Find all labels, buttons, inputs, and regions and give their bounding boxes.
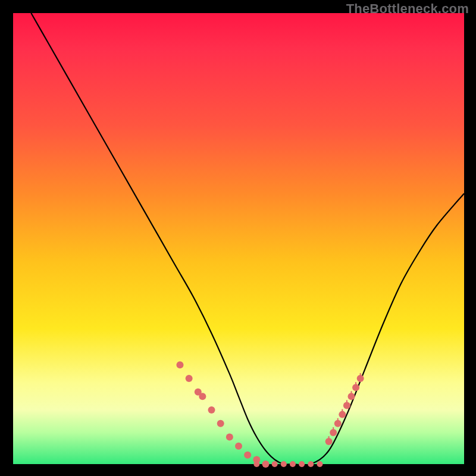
chart-frame: TheBottleneck.com (0, 0, 476, 476)
marker-dot (262, 461, 268, 467)
marker-dot (199, 393, 206, 400)
marker-dot (299, 461, 305, 467)
marker-dot (186, 375, 193, 382)
marker-dot (290, 461, 296, 467)
watermark-text: TheBottleneck.com (346, 1, 469, 17)
marker-dot (317, 461, 322, 467)
marker-dot (272, 461, 278, 467)
marker-dot (217, 420, 224, 427)
marker-dot (235, 443, 242, 450)
marker-dot (226, 434, 233, 441)
bottleneck-curve (31, 13, 464, 465)
chart-svg (13, 13, 464, 464)
marker-dot (244, 452, 251, 459)
markers-left (176, 361, 269, 468)
marker-dot (208, 406, 215, 414)
markers-right-dots (325, 375, 364, 445)
marker-dot (281, 461, 287, 467)
plot-area (13, 13, 464, 464)
marker-dot (253, 461, 259, 467)
marker-dot (308, 461, 314, 467)
marker-dot (176, 361, 183, 368)
